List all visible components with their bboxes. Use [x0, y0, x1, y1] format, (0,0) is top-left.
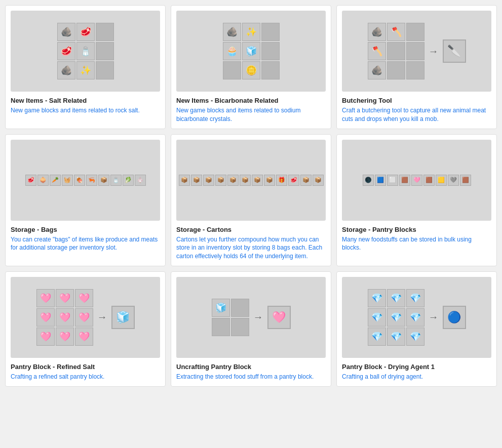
uncrafting-pantry-block-image: 🧊→🩷 [176, 277, 326, 358]
card-storage-bags: 🥩🧅🥕🧺🍖🦐📦🧂🥬🧄Storage - BagsYou can create "… [5, 134, 166, 266]
pantry-block-refined-salt-title: Pantry Block - Refined Salt [11, 363, 160, 371]
card-new-items-bicarb: 🪨✨🧁🧊🪙New Items - Bicarbonate RelatedNew … [171, 5, 331, 129]
storage-bags-image: 🥩🧅🥕🧺🍖🦐📦🧂🥬🧄 [11, 140, 160, 221]
uncrafting-pantry-block-title: Uncrafting Pantry Block [176, 363, 326, 371]
card-new-items-salt: 🪨🥩🥩🧂🪨✨New Items - Salt RelatedNew game b… [5, 5, 166, 129]
card-pantry-block-drying-agent: 💎💎💎💎💎💎💎💎💎→🔵Pantry Block - Drying Agent 1… [336, 271, 497, 387]
new-items-salt-title: New Items - Salt Related [11, 97, 160, 104]
storage-bags-desc: You can create "bags" of items like prod… [11, 235, 160, 253]
butchering-tool-title: Butchering Tool [342, 97, 491, 104]
new-items-salt-desc: New game blocks and items related to roc… [11, 106, 160, 115]
storage-pantry-blocks-title: Storage - Pantry Blocks [342, 226, 491, 233]
pantry-block-refined-salt-desc: Crafting a refined salt pantry block. [11, 373, 160, 381]
new-items-bicarb-image: 🪨✨🧁🧊🪙 [176, 11, 326, 92]
butchering-tool-desc: Craft a butchering tool to capture all n… [342, 106, 491, 124]
pantry-block-drying-agent-desc: Crafting a ball of drying agent. [342, 373, 491, 381]
pantry-block-drying-agent-title: Pantry Block - Drying Agent 1 [342, 363, 491, 371]
butchering-tool-image: 🪨🪓🪓🪨→🔪 [342, 11, 491, 92]
new-items-bicarb-desc: New game blocks and items related to sod… [176, 106, 326, 124]
pantry-block-drying-agent-image: 💎💎💎💎💎💎💎💎💎→🔵 [342, 277, 491, 358]
card-uncrafting-pantry-block: 🧊→🩷Uncrafting Pantry BlockExtracting the… [171, 271, 331, 387]
storage-pantry-blocks-image: 🌑🟦⬜🟫🩷🟫🟨🩶🟫 [342, 140, 491, 221]
uncrafting-pantry-block-desc: Extracting the stored food stuff from a … [176, 373, 326, 381]
storage-bags-title: Storage - Bags [11, 226, 160, 233]
card-butchering-tool: 🪨🪓🪓🪨→🔪Butchering ToolCraft a butchering … [336, 5, 497, 129]
card-pantry-block-refined-salt: 🩷🩷🩷🩷🩷🩷🩷🩷🩷→🧊Pantry Block - Refined SaltCr… [5, 271, 166, 387]
storage-cartons-image: 📦📦📦📦📦📦📦📦🎁🥩📦📦 [176, 140, 326, 221]
card-grid: 🪨🥩🥩🧂🪨✨New Items - Salt RelatedNew game b… [5, 5, 497, 387]
card-storage-cartons: 📦📦📦📦📦📦📦📦🎁🥩📦📦Storage - CartonsCartons let… [171, 134, 331, 266]
storage-cartons-desc: Cartons let you further compound how muc… [176, 235, 326, 261]
pantry-block-refined-salt-image: 🩷🩷🩷🩷🩷🩷🩷🩷🩷→🧊 [11, 277, 160, 358]
new-items-bicarb-title: New Items - Bicarbonate Related [176, 97, 326, 104]
storage-cartons-title: Storage - Cartons [176, 226, 326, 233]
new-items-salt-image: 🪨🥩🥩🧂🪨✨ [11, 11, 160, 92]
card-storage-pantry-blocks: 🌑🟦⬜🟫🩷🟫🟨🩶🟫Storage - Pantry BlocksMany new… [336, 134, 497, 266]
storage-pantry-blocks-desc: Many new foodstuffs can be stored in bul… [342, 235, 491, 253]
